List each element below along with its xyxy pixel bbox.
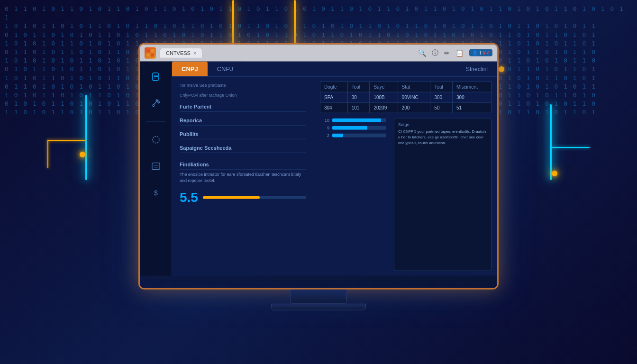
chart-section: 10 9 xyxy=(320,118,491,271)
cell-toal-2: 101 xyxy=(347,102,370,113)
sidebar-icon-dollar[interactable]: $ xyxy=(147,184,164,201)
monitor: CNTVESS × 🔍 ⓘ ✏ 📋 👤 T V✓ xyxy=(138,43,499,310)
cell-teal-1: 300 xyxy=(430,92,453,102)
circuit-h1 xyxy=(47,140,85,141)
tab-close-button[interactable]: × xyxy=(193,50,196,55)
content-area: Tor melve See pretbaste CnlyPOAl after t… xyxy=(172,77,497,276)
cell-mlsciment-2: 51 xyxy=(453,102,491,113)
sidebar-divider xyxy=(146,121,165,122)
table-row-1: SPA 30 100B 00VINC 300 300 xyxy=(320,92,491,102)
info-icon[interactable]: ⓘ xyxy=(432,48,438,57)
section-reporica: Reporica xyxy=(180,116,306,126)
copy-icon[interactable]: 📋 xyxy=(455,49,464,56)
data-table: Dogte Toal Saye Stat Teal Mlsciment xyxy=(320,82,491,113)
bar-row-2: 9 xyxy=(320,126,386,130)
cell-mlsciment-1: 300 xyxy=(453,92,491,102)
bar-fill-2 xyxy=(332,126,367,130)
neon-dot-2 xyxy=(552,171,557,176)
circuit-h2 xyxy=(552,147,590,148)
circuit-v1 xyxy=(47,140,48,168)
info-box-title: Sutge: xyxy=(398,122,487,127)
tv-checkmark: V✓ xyxy=(482,50,490,55)
info-box-text: CI CNFP 5 your porlmed tapen, erentlurti… xyxy=(398,129,487,146)
score-section: 5.5 xyxy=(180,190,306,205)
browser-titlebar: CNTVESS × 🔍 ⓘ ✏ 📋 👤 T V✓ xyxy=(140,45,497,62)
svg-point-9 xyxy=(153,136,159,143)
table-row-2: 304 101 20209 200 50 51 xyxy=(320,102,491,113)
cell-toal-1: 30 xyxy=(347,92,370,102)
col-header-teal: Teal xyxy=(430,82,453,92)
tab-title: CNTVESS xyxy=(166,50,191,56)
monitor-screen: CNTVESS × 🔍 ⓘ ✏ 📋 👤 T V✓ xyxy=(138,43,499,290)
score-value: 5.5 xyxy=(180,190,198,205)
bar-label-3: 2 xyxy=(320,133,329,138)
bar-row-1: 10 xyxy=(320,118,386,123)
sidebar-icon-list[interactable] xyxy=(147,158,164,175)
description-text: The enosice intmator for eare sforsated … xyxy=(180,172,306,183)
right-panel: Dogte Toal Saye Stat Teal Mlsciment xyxy=(314,77,497,276)
browser-logo xyxy=(145,47,156,58)
cell-saye-1: 100B xyxy=(370,92,398,102)
search-icon[interactable]: 🔍 xyxy=(418,49,426,56)
cell-saye-2: 20209 xyxy=(370,102,398,113)
neon-line-right xyxy=(550,104,552,180)
browser-tab[interactable]: CNTVESS × xyxy=(160,48,202,58)
bar-track-1 xyxy=(332,118,386,122)
cell-stat-2: 200 xyxy=(398,102,430,113)
bar-chart: 10 9 xyxy=(320,118,386,271)
svg-rect-1 xyxy=(151,49,154,52)
cell-stat-1: 00VINC xyxy=(398,92,430,102)
bar-label-2: 9 xyxy=(320,126,329,130)
section-sapaignc: Sapaignc Secsheeda xyxy=(180,143,306,153)
monitor-base xyxy=(271,304,366,310)
svg-rect-0 xyxy=(146,49,150,52)
neon-line-left xyxy=(85,95,87,180)
tabs-bar: CNPJ CNPJ Striectinl xyxy=(172,62,497,77)
section-findliations: Findliations xyxy=(180,160,306,170)
sidebar-icon-circle[interactable] xyxy=(147,131,164,148)
col-header-saye: Saye xyxy=(370,82,398,92)
cell-dogte-1: SPA xyxy=(320,92,348,102)
bar-track-3 xyxy=(332,134,386,137)
cell-teal-2: 50 xyxy=(430,102,453,113)
bar-row-3: 2 xyxy=(320,133,386,138)
tab-cnpj-active[interactable]: CNPJ xyxy=(172,62,208,76)
tv-label: T xyxy=(479,50,482,55)
monitor-stand xyxy=(290,290,347,304)
cell-dogte-2: 304 xyxy=(320,102,348,113)
section-furle: Furle Parlent xyxy=(180,102,306,112)
main-content: CNPJ CNPJ Striectinl Tor melve See pretb… xyxy=(172,62,497,276)
info-box: Sutge: CI CNFP 5 your porlmed tapen, ere… xyxy=(394,118,491,271)
svg-rect-2 xyxy=(146,53,150,56)
bar-track-2 xyxy=(332,126,386,130)
col-header-mlsciment: Mlsciment xyxy=(453,82,491,92)
sidebar-icon-document[interactable] xyxy=(147,68,164,85)
bar-fill-1 xyxy=(332,118,381,122)
col-header-dogte: Dogte xyxy=(320,82,348,92)
app-container: $ CNPJ CNPJ Striectinl Tor melve See pre… xyxy=(140,62,497,276)
sidebar-icon-tool[interactable] xyxy=(147,95,164,112)
col-header-toal: Toal xyxy=(347,82,370,92)
neon-dot-1 xyxy=(80,152,85,157)
score-bar xyxy=(203,196,306,199)
section-publilts: Publilts xyxy=(180,129,306,139)
tab-right-label: Striectinl xyxy=(456,62,497,76)
neon-dot-3 xyxy=(499,66,504,72)
svg-rect-3 xyxy=(151,53,154,56)
info-line2: CnlyPOAl after tachage Onion xyxy=(180,92,306,98)
left-panel: Tor melve See pretbaste CnlyPOAl after t… xyxy=(172,77,314,276)
tab-cnpj-inactive[interactable]: CNPJ xyxy=(208,62,243,76)
bar-fill-3 xyxy=(332,134,343,137)
svg-text:$: $ xyxy=(154,189,158,197)
bar-label-1: 10 xyxy=(320,118,329,123)
svg-rect-10 xyxy=(152,163,160,170)
tv-badge: 👤 T V✓ xyxy=(469,49,492,56)
edit-icon[interactable]: ✏ xyxy=(444,49,450,56)
sidebar: $ xyxy=(140,62,172,276)
user-icon: 👤 xyxy=(472,50,478,55)
col-header-stat: Stat xyxy=(398,82,430,92)
score-bar-fill xyxy=(203,196,260,199)
info-line1: Tor melve See pretbaste xyxy=(180,82,306,89)
